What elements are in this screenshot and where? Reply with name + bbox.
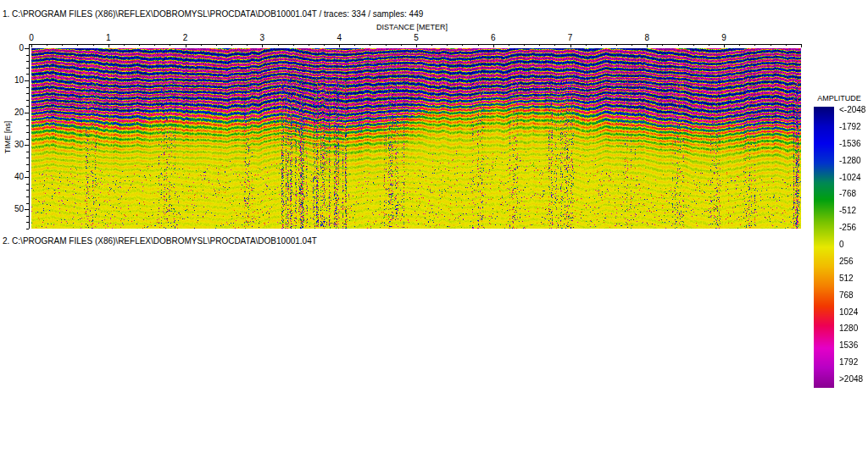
y-axis-line — [29, 44, 30, 229]
x-tick-label: 4 — [331, 34, 348, 42]
x-tick-label: 2 — [177, 34, 194, 42]
colorbar-tick-label: 768 — [839, 290, 854, 301]
colorbar-tick-label: 256 — [839, 257, 854, 267]
amplitude-colorbar — [814, 107, 834, 388]
x-axis-title: DISTANCE [METER] — [344, 23, 480, 31]
y-tick-label: 40 — [5, 173, 24, 181]
x-tick-label: 6 — [485, 34, 502, 42]
colorbar-tick-label: 512 — [839, 274, 854, 284]
y-axis-title: TIME [ns] — [3, 108, 12, 167]
colorbar-tick-label: <-2048 — [839, 105, 865, 115]
x-tick-label: 5 — [408, 34, 425, 42]
x-tick-label: 0 — [23, 34, 40, 42]
y-minor-tick — [26, 229, 29, 229]
x-tick-label: 3 — [253, 34, 270, 42]
colorbar-tick-label: -1280 — [839, 156, 861, 166]
colorbar-title: AMPLITUDE — [810, 94, 868, 102]
colorbar-tick-label: -512 — [839, 206, 856, 216]
y-tick-label: 10 — [5, 76, 24, 85]
x-axis-line — [30, 44, 802, 45]
colorbar-tick-label: -768 — [839, 189, 856, 199]
colorbar-tick-label: 1536 — [839, 340, 858, 351]
profile-1-title: 1. C:\PROGRAM FILES (X86)\REFLEX\DOBROMY… — [3, 9, 423, 19]
reflexw-profile-window: 1. C:\PROGRAM FILES (X86)\REFLEX\DOBROMY… — [0, 0, 868, 470]
colorbar-tick-label: >2048 — [839, 374, 863, 384]
colorbar-tick-label: -1024 — [839, 173, 861, 183]
profile-2-title: 2. C:\PROGRAM FILES (X86)\REFLEX\DOBROMY… — [3, 236, 317, 246]
colorbar-tick-label: 1280 — [839, 323, 858, 334]
x-tick-label: 9 — [715, 34, 732, 42]
x-tick-label: 7 — [562, 34, 579, 42]
x-tick-label: 8 — [638, 34, 655, 42]
colorbar-tick-label: -1536 — [839, 139, 861, 149]
colorbar-tick-label: 1024 — [839, 307, 858, 318]
radargram-section[interactable] — [31, 48, 801, 229]
colorbar-tick-label: -1792 — [839, 122, 861, 132]
x-tick-label: 1 — [100, 34, 117, 42]
colorbar-tick-label: 1792 — [839, 357, 858, 368]
colorbar-tick-label: 0 — [839, 240, 844, 250]
colorbar-tick-label: -256 — [839, 223, 856, 233]
y-tick-label: 50 — [5, 205, 24, 213]
y-tick-label: 0 — [5, 44, 24, 53]
